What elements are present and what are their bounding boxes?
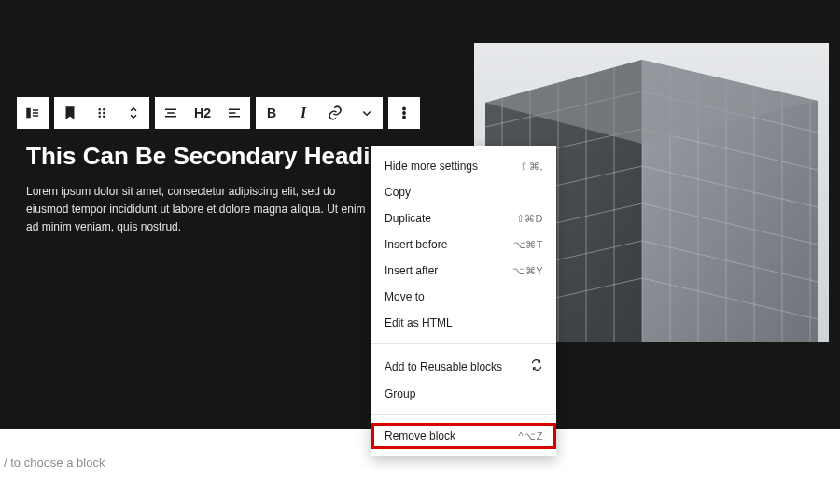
slash-hint: / to choose a block	[4, 455, 105, 469]
move-up-down-icon[interactable]	[118, 97, 149, 129]
menu-remove-block[interactable]: Remove block^⌥Z	[371, 423, 556, 449]
svg-point-34	[99, 112, 101, 114]
menu-add-to-reusable-blocks[interactable]: Add to Reusable blocks	[371, 352, 556, 381]
drag-handle-icon[interactable]	[86, 97, 118, 129]
menu-edit-as-html[interactable]: Edit as HTML	[371, 310, 556, 336]
svg-point-37	[103, 116, 105, 118]
link-button[interactable]	[319, 97, 351, 129]
svg-point-35	[103, 112, 105, 114]
more-rich-text-icon[interactable]	[351, 97, 383, 129]
svg-point-32	[99, 108, 101, 110]
block-toolbar: H2 B I	[17, 97, 420, 129]
svg-point-45	[403, 112, 405, 114]
svg-rect-28	[26, 108, 31, 119]
svg-point-33	[103, 108, 105, 110]
menu-move-to[interactable]: Move to	[371, 284, 556, 310]
menu-insert-after[interactable]: Insert after⌥⌘Y	[371, 258, 556, 284]
menu-group[interactable]: Group	[371, 381, 556, 407]
svg-point-46	[403, 116, 405, 118]
align-button[interactable]	[155, 97, 187, 129]
reusable-icon	[530, 358, 543, 374]
svg-point-36	[99, 116, 101, 118]
bold-button[interactable]: B	[256, 97, 287, 129]
block-options-menu: Hide more settings⇧⌘, Copy Duplicate⇧⌘D …	[371, 146, 556, 456]
menu-hide-more-settings[interactable]: Hide more settings⇧⌘,	[371, 153, 556, 179]
menu-insert-before[interactable]: Insert before⌥⌘T	[371, 231, 556, 258]
italic-button[interactable]: I	[287, 97, 319, 129]
more-options-button[interactable]	[388, 97, 420, 129]
heading-text[interactable]: This Can Be Secondary Heading	[26, 142, 399, 171]
menu-duplicate[interactable]: Duplicate⇧⌘D	[371, 205, 556, 231]
bookmark-icon[interactable]	[54, 97, 86, 129]
svg-point-44	[403, 107, 405, 109]
block-type-button[interactable]	[17, 97, 49, 129]
text-align-button[interactable]	[218, 97, 250, 129]
menu-copy[interactable]: Copy	[371, 179, 556, 205]
paragraph-text[interactable]: Lorem ipsum dolor sit amet, consectetur …	[26, 183, 371, 237]
heading-level-button[interactable]: H2	[187, 97, 218, 129]
